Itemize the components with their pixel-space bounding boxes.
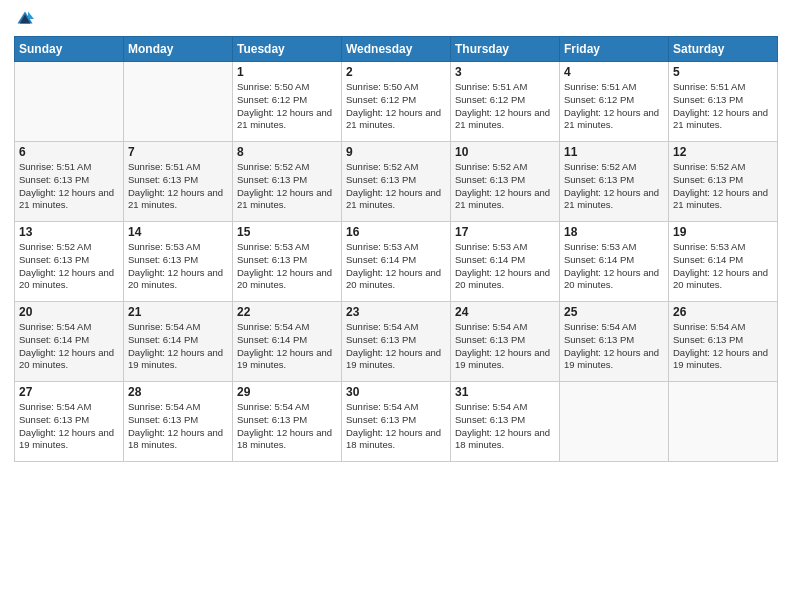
calendar-cell: 2Sunrise: 5:50 AMSunset: 6:12 PMDaylight… (342, 62, 451, 142)
calendar-cell: 19Sunrise: 5:53 AMSunset: 6:14 PMDayligh… (669, 222, 778, 302)
day-info: Sunrise: 5:52 AMSunset: 6:13 PMDaylight:… (564, 161, 664, 212)
day-info: Sunrise: 5:53 AMSunset: 6:13 PMDaylight:… (237, 241, 337, 292)
day-info: Sunrise: 5:53 AMSunset: 6:14 PMDaylight:… (673, 241, 773, 292)
calendar-cell: 7Sunrise: 5:51 AMSunset: 6:13 PMDaylight… (124, 142, 233, 222)
day-info: Sunrise: 5:54 AMSunset: 6:13 PMDaylight:… (455, 321, 555, 372)
calendar-cell: 23Sunrise: 5:54 AMSunset: 6:13 PMDayligh… (342, 302, 451, 382)
calendar-cell: 30Sunrise: 5:54 AMSunset: 6:13 PMDayligh… (342, 382, 451, 462)
calendar-header-wednesday: Wednesday (342, 37, 451, 62)
calendar-cell: 20Sunrise: 5:54 AMSunset: 6:14 PMDayligh… (15, 302, 124, 382)
day-info: Sunrise: 5:51 AMSunset: 6:13 PMDaylight:… (673, 81, 773, 132)
day-number: 22 (237, 305, 337, 319)
day-info: Sunrise: 5:51 AMSunset: 6:13 PMDaylight:… (128, 161, 228, 212)
calendar-header-sunday: Sunday (15, 37, 124, 62)
day-number: 11 (564, 145, 664, 159)
calendar-cell (15, 62, 124, 142)
calendar-cell: 8Sunrise: 5:52 AMSunset: 6:13 PMDaylight… (233, 142, 342, 222)
day-info: Sunrise: 5:53 AMSunset: 6:14 PMDaylight:… (564, 241, 664, 292)
calendar-week-2: 6Sunrise: 5:51 AMSunset: 6:13 PMDaylight… (15, 142, 778, 222)
day-number: 18 (564, 225, 664, 239)
calendar-cell (560, 382, 669, 462)
day-info: Sunrise: 5:54 AMSunset: 6:13 PMDaylight:… (673, 321, 773, 372)
calendar-cell: 16Sunrise: 5:53 AMSunset: 6:14 PMDayligh… (342, 222, 451, 302)
svg-marker-2 (28, 12, 34, 20)
calendar-cell: 28Sunrise: 5:54 AMSunset: 6:13 PMDayligh… (124, 382, 233, 462)
calendar-cell (669, 382, 778, 462)
calendar-header-saturday: Saturday (669, 37, 778, 62)
calendar-cell: 15Sunrise: 5:53 AMSunset: 6:13 PMDayligh… (233, 222, 342, 302)
calendar-week-4: 20Sunrise: 5:54 AMSunset: 6:14 PMDayligh… (15, 302, 778, 382)
calendar-cell: 3Sunrise: 5:51 AMSunset: 6:12 PMDaylight… (451, 62, 560, 142)
calendar-cell: 31Sunrise: 5:54 AMSunset: 6:13 PMDayligh… (451, 382, 560, 462)
day-info: Sunrise: 5:54 AMSunset: 6:13 PMDaylight:… (455, 401, 555, 452)
day-info: Sunrise: 5:54 AMSunset: 6:13 PMDaylight:… (346, 401, 446, 452)
calendar-header-monday: Monday (124, 37, 233, 62)
day-info: Sunrise: 5:54 AMSunset: 6:14 PMDaylight:… (19, 321, 119, 372)
calendar-cell: 12Sunrise: 5:52 AMSunset: 6:13 PMDayligh… (669, 142, 778, 222)
day-number: 25 (564, 305, 664, 319)
calendar-header-row: SundayMondayTuesdayWednesdayThursdayFrid… (15, 37, 778, 62)
calendar-cell: 1Sunrise: 5:50 AMSunset: 6:12 PMDaylight… (233, 62, 342, 142)
day-number: 28 (128, 385, 228, 399)
day-number: 1 (237, 65, 337, 79)
day-number: 13 (19, 225, 119, 239)
calendar-cell (124, 62, 233, 142)
day-number: 24 (455, 305, 555, 319)
calendar-cell: 6Sunrise: 5:51 AMSunset: 6:13 PMDaylight… (15, 142, 124, 222)
day-info: Sunrise: 5:52 AMSunset: 6:13 PMDaylight:… (237, 161, 337, 212)
day-number: 7 (128, 145, 228, 159)
calendar-week-3: 13Sunrise: 5:52 AMSunset: 6:13 PMDayligh… (15, 222, 778, 302)
day-number: 16 (346, 225, 446, 239)
day-number: 2 (346, 65, 446, 79)
day-number: 4 (564, 65, 664, 79)
day-number: 10 (455, 145, 555, 159)
day-info: Sunrise: 5:52 AMSunset: 6:13 PMDaylight:… (455, 161, 555, 212)
calendar-cell: 24Sunrise: 5:54 AMSunset: 6:13 PMDayligh… (451, 302, 560, 382)
day-info: Sunrise: 5:52 AMSunset: 6:13 PMDaylight:… (346, 161, 446, 212)
calendar-cell: 10Sunrise: 5:52 AMSunset: 6:13 PMDayligh… (451, 142, 560, 222)
logo-icon (16, 10, 34, 28)
calendar-header-tuesday: Tuesday (233, 37, 342, 62)
calendar-cell: 21Sunrise: 5:54 AMSunset: 6:14 PMDayligh… (124, 302, 233, 382)
header (14, 10, 778, 28)
calendar-cell: 29Sunrise: 5:54 AMSunset: 6:13 PMDayligh… (233, 382, 342, 462)
calendar-cell: 22Sunrise: 5:54 AMSunset: 6:14 PMDayligh… (233, 302, 342, 382)
calendar-cell: 25Sunrise: 5:54 AMSunset: 6:13 PMDayligh… (560, 302, 669, 382)
day-number: 3 (455, 65, 555, 79)
calendar-cell: 5Sunrise: 5:51 AMSunset: 6:13 PMDaylight… (669, 62, 778, 142)
day-info: Sunrise: 5:54 AMSunset: 6:14 PMDaylight:… (237, 321, 337, 372)
page: SundayMondayTuesdayWednesdayThursdayFrid… (0, 0, 792, 612)
day-number: 17 (455, 225, 555, 239)
day-number: 23 (346, 305, 446, 319)
day-number: 12 (673, 145, 773, 159)
day-info: Sunrise: 5:53 AMSunset: 6:13 PMDaylight:… (128, 241, 228, 292)
calendar-cell: 17Sunrise: 5:53 AMSunset: 6:14 PMDayligh… (451, 222, 560, 302)
calendar-cell: 11Sunrise: 5:52 AMSunset: 6:13 PMDayligh… (560, 142, 669, 222)
day-number: 5 (673, 65, 773, 79)
day-number: 27 (19, 385, 119, 399)
day-number: 9 (346, 145, 446, 159)
calendar-cell: 14Sunrise: 5:53 AMSunset: 6:13 PMDayligh… (124, 222, 233, 302)
calendar-week-5: 27Sunrise: 5:54 AMSunset: 6:13 PMDayligh… (15, 382, 778, 462)
calendar-cell: 9Sunrise: 5:52 AMSunset: 6:13 PMDaylight… (342, 142, 451, 222)
calendar-cell: 18Sunrise: 5:53 AMSunset: 6:14 PMDayligh… (560, 222, 669, 302)
day-number: 14 (128, 225, 228, 239)
day-number: 8 (237, 145, 337, 159)
calendar-header-friday: Friday (560, 37, 669, 62)
calendar-cell: 13Sunrise: 5:52 AMSunset: 6:13 PMDayligh… (15, 222, 124, 302)
day-info: Sunrise: 5:53 AMSunset: 6:14 PMDaylight:… (346, 241, 446, 292)
day-info: Sunrise: 5:51 AMSunset: 6:12 PMDaylight:… (564, 81, 664, 132)
day-number: 6 (19, 145, 119, 159)
day-info: Sunrise: 5:54 AMSunset: 6:13 PMDaylight:… (346, 321, 446, 372)
logo (14, 10, 36, 28)
day-number: 21 (128, 305, 228, 319)
calendar-cell: 4Sunrise: 5:51 AMSunset: 6:12 PMDaylight… (560, 62, 669, 142)
day-info: Sunrise: 5:51 AMSunset: 6:12 PMDaylight:… (455, 81, 555, 132)
day-info: Sunrise: 5:50 AMSunset: 6:12 PMDaylight:… (346, 81, 446, 132)
calendar: SundayMondayTuesdayWednesdayThursdayFrid… (14, 36, 778, 462)
day-info: Sunrise: 5:54 AMSunset: 6:13 PMDaylight:… (237, 401, 337, 452)
day-number: 30 (346, 385, 446, 399)
day-info: Sunrise: 5:52 AMSunset: 6:13 PMDaylight:… (19, 241, 119, 292)
day-info: Sunrise: 5:50 AMSunset: 6:12 PMDaylight:… (237, 81, 337, 132)
day-info: Sunrise: 5:53 AMSunset: 6:14 PMDaylight:… (455, 241, 555, 292)
